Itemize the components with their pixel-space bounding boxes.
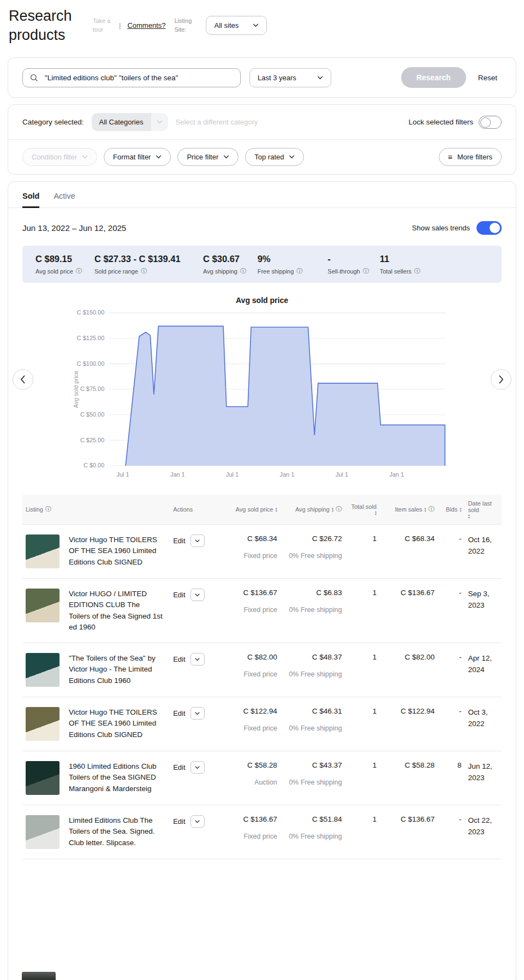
svg-text:Jul 1: Jul 1 — [336, 471, 348, 478]
edit-dropdown-button[interactable] — [190, 589, 205, 601]
edit-dropdown-button[interactable] — [190, 534, 205, 547]
top-rated-filter-chip[interactable]: Top rated — [245, 148, 304, 166]
edit-dropdown-button[interactable] — [190, 815, 205, 828]
format-filter-chip[interactable]: Format filter — [104, 148, 171, 166]
price-filter-chip[interactable]: Price filter — [177, 148, 239, 166]
listing-title[interactable]: Victor Hugo THE TOILERS OF THE SEA 1960 … — [69, 707, 163, 741]
avg-sold-price-value: C $68.34 — [225, 534, 277, 543]
sort-icon[interactable]: ▴▾ — [375, 510, 377, 515]
tabs-row: Sold Active — [8, 182, 516, 208]
stat-sell-through: - Sell-throughⓘ — [327, 254, 379, 275]
listing-title[interactable]: Victor HUGO / LIMITED EDITIONS CLUB The … — [69, 589, 163, 633]
sort-icon[interactable]: ▴▾ — [425, 507, 426, 512]
chart-prev-button[interactable] — [13, 369, 33, 390]
col-listing: Listingⓘ — [22, 495, 170, 525]
more-filters-button[interactable]: ≡ More filters — [439, 148, 502, 166]
chevron-down-icon — [253, 23, 259, 27]
info-icon[interactable]: ⓘ — [414, 268, 421, 275]
condition-filter-chip[interactable]: Condition filter — [22, 148, 97, 166]
col-date-last-sold[interactable]: Date last sold▴▾ — [465, 495, 502, 525]
info-icon[interactable]: ⓘ — [336, 506, 342, 513]
svg-text:Jul 1: Jul 1 — [226, 471, 239, 478]
sort-icon[interactable]: ▴▾ — [468, 513, 469, 519]
listing-thumbnail[interactable] — [26, 815, 59, 849]
listing-title[interactable]: Limited Editions Club The Toilers of the… — [69, 815, 163, 849]
avg-sold-price-value: C $122.94 — [225, 707, 277, 715]
edit-button[interactable]: Edit — [173, 817, 185, 825]
date-last-sold-value: Jun 12, 2023 — [465, 751, 502, 805]
info-icon[interactable]: ⓘ — [363, 268, 370, 275]
date-last-sold-value: Oct 22, 2023 — [465, 805, 502, 859]
sort-icon[interactable]: ▴▾ — [460, 507, 461, 512]
listing-thumbnail[interactable] — [26, 653, 59, 687]
stat-avg-sold-price: C $89.15 Avg sold priceⓘ — [35, 254, 94, 275]
search-input[interactable] — [44, 73, 233, 82]
edit-dropdown-button[interactable] — [190, 707, 205, 720]
info-icon[interactable]: ⓘ — [76, 268, 82, 275]
stat-label: Total sellers — [380, 268, 412, 275]
edit-button[interactable]: Edit — [173, 655, 185, 663]
toggle-knob — [480, 117, 491, 128]
sort-icon[interactable]: ▴▾ — [332, 507, 334, 512]
listing-thumbnail[interactable] — [26, 761, 59, 795]
table-row: Victor Hugo THE TOILERS OF THE SEA 1960 … — [22, 697, 502, 751]
chevron-down-icon — [317, 76, 323, 80]
edit-dropdown-button[interactable] — [190, 653, 205, 666]
edit-button[interactable]: Edit — [173, 763, 185, 771]
listing-thumbnail[interactable] — [26, 534, 59, 568]
research-button[interactable]: Research — [401, 67, 466, 88]
listing-site-select[interactable]: All sites — [206, 16, 267, 35]
edit-dropdown-button[interactable] — [190, 761, 205, 774]
chart-next-button[interactable] — [491, 369, 511, 390]
col-bids[interactable]: Bids▴▾ — [438, 495, 465, 525]
sales-trends-toggle[interactable] — [477, 221, 502, 235]
comments-link[interactable]: Comments? — [127, 21, 165, 29]
col-avg-shipping[interactable]: Avg shipping▴▾ⓘ — [281, 495, 346, 525]
stat-total-sellers: 11 Total sellersⓘ — [380, 254, 489, 275]
info-icon[interactable]: ⓘ — [141, 268, 147, 275]
listing-thumbnail[interactable] — [26, 589, 59, 622]
listing-thumbnail[interactable] — [26, 707, 59, 741]
svg-text:Jan 1: Jan 1 — [170, 471, 185, 478]
tab-active[interactable]: Active — [53, 192, 75, 207]
category-select[interactable]: All Categories — [92, 113, 168, 131]
col-item-sales[interactable]: Item sales▴▾ⓘ — [380, 495, 438, 525]
select-different-category-link[interactable]: Select a different category — [176, 118, 258, 126]
date-last-sold-value: Apr 12, 2024 — [465, 643, 502, 697]
edit-button[interactable]: Edit — [173, 591, 185, 599]
filter-chips-row: Condition filter Format filter Price fil… — [8, 140, 516, 174]
category-selected-label: Category selected: — [22, 118, 84, 126]
page-header: Research products Take a tour | Comments… — [7, 3, 517, 51]
search-input-wrapper[interactable] — [22, 68, 241, 87]
stat-free-shipping: 9% Free shippingⓘ — [258, 254, 328, 275]
research-products-page: Research products Take a tour | Comments… — [0, 0, 524, 980]
svg-text:C $50.00: C $50.00 — [80, 411, 104, 418]
info-icon[interactable]: ⓘ — [45, 506, 52, 513]
reset-button[interactable]: Reset — [478, 74, 497, 82]
listing-title[interactable]: "The Toilers of the Sea" by Victor Hugo … — [69, 653, 163, 687]
date-range-select[interactable]: Last 3 years — [249, 68, 331, 87]
tab-sold[interactable]: Sold — [22, 192, 39, 208]
sort-icon[interactable]: ▴▾ — [275, 507, 277, 512]
results-card: Sold Active Jun 13, 2022 – Jun 12, 2025 … — [8, 181, 516, 980]
stat-value: C $89.15 — [35, 254, 90, 264]
info-icon[interactable]: ⓘ — [240, 268, 247, 275]
date-last-sold-value: Oct 16, 2022 — [465, 525, 502, 579]
listing-thumbnail[interactable] — [22, 972, 56, 980]
svg-text:Jan 1: Jan 1 — [280, 471, 295, 478]
edit-button[interactable]: Edit — [173, 709, 185, 717]
info-icon[interactable]: ⓘ — [428, 506, 435, 513]
total-sold-value: 1 — [345, 643, 379, 697]
listing-title[interactable]: 1960 Limited Editions Club Toilers of th… — [69, 761, 163, 795]
listing-title[interactable]: Victor Hugo THE TOILERS OF THE SEA 1960 … — [69, 534, 163, 568]
info-icon[interactable]: ⓘ — [296, 268, 303, 275]
edit-button[interactable]: Edit — [173, 537, 185, 545]
avg-shipping-value: C $26.72 — [284, 534, 342, 543]
col-actions: Actions — [170, 495, 222, 525]
svg-text:C $150.00: C $150.00 — [77, 309, 104, 316]
col-avg-sold-price[interactable]: Avg sold price▴▾ — [222, 495, 280, 525]
avg-sold-price-value: C $82.00 — [225, 653, 277, 661]
take-a-tour-link[interactable]: Take a tour — [93, 17, 112, 34]
lock-filters-toggle[interactable] — [479, 116, 502, 129]
col-total-sold[interactable]: Total sold▴▾ — [345, 495, 379, 525]
